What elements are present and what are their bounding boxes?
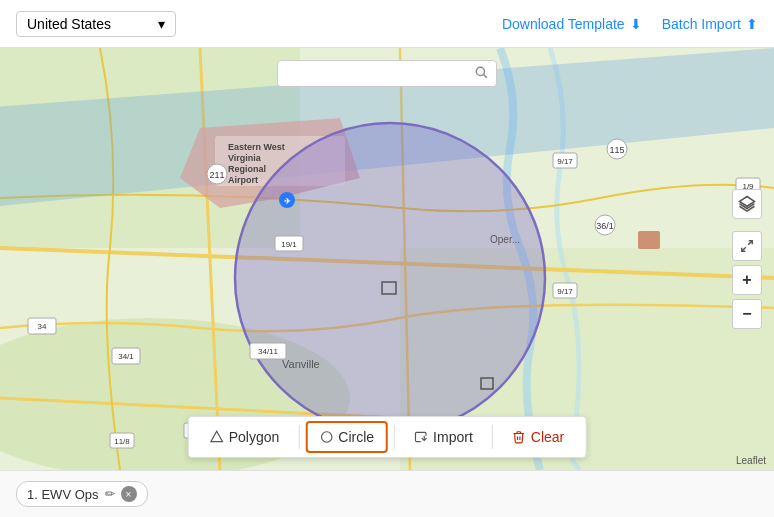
polygon-button[interactable]: Polygon <box>197 422 293 452</box>
svg-text:Oper...: Oper... <box>490 234 520 245</box>
map-container[interactable]: ✈ 211 115 36/1 34 34/1 34/11 11/8 34/2 1… <box>0 48 774 470</box>
leaflet-attribution: Leaflet <box>736 455 766 466</box>
download-template-label: Download Template <box>502 16 625 32</box>
svg-text:9/17: 9/17 <box>557 157 573 166</box>
svg-text:34/1: 34/1 <box>118 352 134 361</box>
search-icon <box>474 65 488 82</box>
svg-text:Eastern West: Eastern West <box>228 142 285 152</box>
map-search-bar[interactable] <box>277 60 497 87</box>
svg-text:19/1: 19/1 <box>281 240 297 249</box>
tag-edit-icon[interactable]: ✏ <box>105 487 115 501</box>
clear-button[interactable]: Clear <box>499 422 577 452</box>
tag-close-button[interactable]: × <box>121 486 137 502</box>
zoom-out-icon: − <box>742 305 751 323</box>
country-select[interactable]: United States ▾ <box>16 11 176 37</box>
map-background: ✈ 211 115 36/1 34 34/1 34/11 11/8 34/2 1… <box>0 48 774 470</box>
svg-text:211: 211 <box>209 170 224 180</box>
svg-text:36/1: 36/1 <box>596 221 614 231</box>
import-button[interactable]: Import <box>401 422 486 452</box>
batch-import-link[interactable]: Batch Import ⬆ <box>662 16 758 32</box>
svg-text:Airport: Airport <box>228 175 258 185</box>
polygon-label: Polygon <box>229 429 280 445</box>
download-template-link[interactable]: Download Template ⬇ <box>502 16 642 32</box>
circle-button[interactable]: Circle <box>305 421 388 453</box>
svg-text:Regional: Regional <box>228 164 266 174</box>
map-controls: + − <box>732 189 762 329</box>
clear-label: Clear <box>531 429 564 445</box>
layers-button[interactable] <box>732 189 762 219</box>
svg-text:✈: ✈ <box>284 197 291 206</box>
svg-text:34/11: 34/11 <box>258 347 279 356</box>
zoom-in-icon: + <box>742 271 751 289</box>
batch-import-label: Batch Import <box>662 16 741 32</box>
header-actions: Download Template ⬇ Batch Import ⬆ <box>502 16 758 32</box>
svg-text:11/8: 11/8 <box>114 437 130 446</box>
circle-label: Circle <box>338 429 374 445</box>
svg-point-55 <box>321 432 332 443</box>
svg-marker-54 <box>211 431 223 442</box>
tag-bar: 1. EWV Ops ✏ × <box>0 470 774 517</box>
import-label: Import <box>433 429 473 445</box>
svg-text:115: 115 <box>609 145 624 155</box>
chevron-down-icon: ▾ <box>158 16 165 32</box>
zoom-out-button[interactable]: − <box>732 299 762 329</box>
app-header: United States ▾ Download Template ⬇ Batc… <box>0 0 774 48</box>
map-search-input[interactable] <box>286 66 474 81</box>
map-toolbar: Polygon Circle Import <box>188 416 587 458</box>
zoom-in-button[interactable]: + <box>732 265 762 295</box>
svg-text:34: 34 <box>38 322 47 331</box>
toolbar-divider-3 <box>492 425 493 449</box>
svg-rect-42 <box>638 231 660 249</box>
toolbar-divider-1 <box>298 425 299 449</box>
batch-import-icon: ⬆ <box>746 16 758 32</box>
svg-point-11 <box>235 123 545 433</box>
country-label: United States <box>27 16 111 32</box>
toolbar-divider-2 <box>394 425 395 449</box>
download-icon: ⬇ <box>630 16 642 32</box>
svg-text:9/17: 9/17 <box>557 287 573 296</box>
tag-label: 1. EWV Ops <box>27 487 99 502</box>
svg-line-50 <box>484 75 487 78</box>
svg-point-49 <box>476 67 484 75</box>
fullscreen-button[interactable] <box>732 231 762 261</box>
tag-item: 1. EWV Ops ✏ × <box>16 481 148 507</box>
svg-text:Vanville: Vanville <box>282 358 320 370</box>
svg-text:Virginia: Virginia <box>228 153 262 163</box>
